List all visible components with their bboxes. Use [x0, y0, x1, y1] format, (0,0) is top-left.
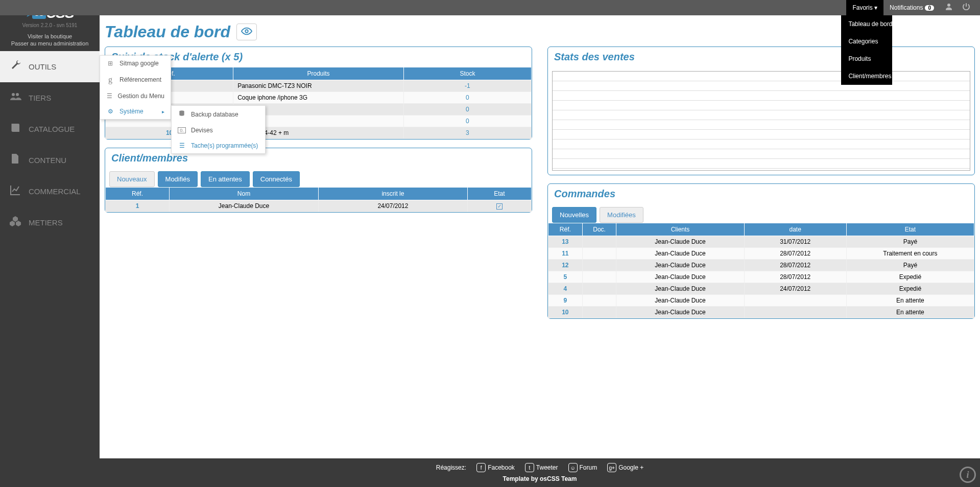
- topbar: Favoris ▾ Tableau de bord Categories Pro…: [0, 0, 980, 15]
- users-icon: [9, 90, 21, 105]
- table-row[interactable]: 9Jean-Claude DuceEn attente: [548, 295, 974, 307]
- chevron-down-icon: ▾: [874, 4, 877, 11]
- svg-point-1: [12, 93, 15, 96]
- sales-chart: [552, 71, 970, 171]
- admin-menu-link[interactable]: Passer au menu administration: [0, 40, 100, 47]
- footer: Réagissez: fFacebook tTweeter ☺Forum g+G…: [100, 458, 980, 487]
- power-icon[interactable]: [958, 2, 975, 13]
- favoris-menu[interactable]: Favoris ▾: [846, 0, 883, 15]
- orders-th-doc: Doc.: [582, 223, 616, 236]
- chart-icon: [9, 184, 21, 199]
- nav-metiers-label: METIERS: [29, 218, 63, 227]
- table-row[interactable]: 10E-520 + 14-42 + m3: [106, 127, 532, 139]
- orders-title: Commandes: [548, 184, 974, 204]
- footer-google[interactable]: g+Google +: [607, 463, 643, 472]
- tab-en-attentes[interactable]: En attentes: [201, 171, 250, 187]
- fav-item-products[interactable]: Produits: [841, 50, 892, 67]
- notifications-badge: 0: [925, 5, 934, 11]
- favoris-dropdown: Tableau de bord Categories Produits Clie…: [841, 15, 892, 85]
- visit-shop-link[interactable]: Visiter la boutique: [0, 33, 100, 40]
- tab-modifiees[interactable]: Modifiées: [600, 207, 643, 223]
- nav-contenu[interactable]: CONTENU: [0, 145, 100, 176]
- footer-react-label: Réagissez:: [436, 464, 466, 471]
- table-row[interactable]: 10Jean-Claude DuceEn attente: [548, 307, 974, 318]
- stock-th-products: Produits: [233, 67, 404, 80]
- submenu-system[interactable]: ⚙Système▸: [100, 104, 171, 119]
- nav-outils[interactable]: OUTILS: [0, 51, 100, 82]
- table-row[interactable]: 4Jean-Claude Duce24/07/2012Expedié: [548, 283, 974, 295]
- nav-outils-label: OUTILS: [29, 62, 56, 71]
- file-icon: [9, 153, 21, 168]
- tab-modifies[interactable]: Modifiés: [158, 171, 198, 187]
- facebook-icon: f: [476, 463, 486, 472]
- submenu-sitemap[interactable]: ⊞Sitmap google: [100, 56, 171, 71]
- submenu-backup[interactable]: Backup database: [172, 106, 265, 123]
- tab-connectes[interactable]: Connectés: [253, 171, 300, 187]
- clients-th-ref: Réf.: [106, 188, 170, 200]
- nav-commercial[interactable]: COMMERCIAL: [0, 176, 100, 207]
- cubes-icon: [9, 215, 21, 230]
- fav-item-categories[interactable]: Categories: [841, 33, 892, 50]
- tasks-icon: ☰: [178, 142, 186, 149]
- forum-icon: ☺: [568, 463, 578, 472]
- system-submenu: Backup database 0.Devises ☰Tache(s) prog…: [171, 105, 266, 154]
- sidebar: ➤ os CSS Version 2.2.0 - svn 5191 Visite…: [0, 0, 100, 487]
- tab-nouvelles[interactable]: Nouvelles: [552, 207, 596, 223]
- nav-metiers[interactable]: METIERS: [0, 207, 100, 238]
- fav-item-clients[interactable]: Client/membres: [841, 67, 892, 85]
- submenu-currencies[interactable]: 0.Devises: [172, 123, 265, 138]
- google-icon: g: [106, 75, 114, 84]
- preview-button[interactable]: [236, 24, 257, 40]
- user-icon[interactable]: [940, 2, 958, 13]
- table-row[interactable]: 13Jean-Claude Duce31/07/2012Payé: [548, 236, 974, 248]
- clients-th-date: inscrit le: [318, 188, 467, 200]
- orders-th-clients: Clients: [616, 223, 744, 236]
- nav-commercial-label: COMMERCIAL: [29, 187, 81, 196]
- caret-right-icon: ▸: [162, 109, 164, 114]
- twitter-icon: t: [525, 463, 534, 472]
- table-row[interactable]: 11Jean-Claude Duce28/07/2012Traitement e…: [548, 248, 974, 260]
- submenu-menu-management[interactable]: ☰Gestion du Menu: [100, 88, 171, 104]
- fav-item-dashboard[interactable]: Tableau de bord: [841, 15, 892, 33]
- table-row[interactable]: 5Jean-Claude Duce28/07/2012Expedié: [548, 271, 974, 283]
- clients-panel: Client/membres Nouveaux Modifiés En atte…: [105, 148, 532, 213]
- svg-point-4: [245, 30, 248, 33]
- book-icon: [9, 122, 21, 136]
- outils-submenu: ⊞Sitmap google gRéférencement ☰Gestion d…: [100, 55, 171, 120]
- page-title: Tableau de bord: [105, 22, 230, 41]
- nav-contenu-label: CONTENU: [29, 156, 66, 165]
- version-text: Version 2.2.0 - svn 5191: [8, 22, 92, 28]
- table-row[interactable]: 12Jean-Claude Duce28/07/2012Payé: [548, 260, 974, 271]
- svg-point-2: [16, 93, 19, 96]
- favoris-label: Favoris: [852, 4, 872, 11]
- info-icon[interactable]: i: [960, 467, 976, 483]
- google-plus-icon: g+: [607, 463, 616, 472]
- clients-th-name: Nom: [170, 188, 319, 200]
- sales-stats-panel: Stats des ventes: [547, 47, 975, 175]
- orders-table: Réf. Doc. Clients date Etat 13Jean-Claud…: [548, 223, 974, 318]
- sitemap-icon: ⊞: [106, 60, 114, 67]
- nav-catalogue-label: CATALOGUE: [29, 125, 75, 133]
- footer-twitter[interactable]: tTweeter: [525, 463, 558, 472]
- table-row[interactable]: 1 Jean-Claude Duce 24/07/2012 ✓: [106, 200, 532, 212]
- stock-th-stock: Stock: [403, 67, 531, 80]
- notifications-label: Notifications: [890, 4, 923, 11]
- footer-forum[interactable]: ☺Forum: [568, 463, 597, 472]
- gear-icon: ⚙: [106, 108, 114, 115]
- wrench-icon: [9, 59, 21, 74]
- sidebar-links: Visiter la boutique Passer au menu admin…: [0, 31, 100, 51]
- nav-tiers[interactable]: TIERS: [0, 82, 100, 113]
- svg-point-0: [947, 4, 950, 7]
- notifications-menu[interactable]: Notifications 0: [883, 0, 940, 15]
- footer-credit: Template by osCSS Team: [100, 474, 980, 484]
- clients-th-state: Etat: [467, 188, 531, 200]
- orders-th-state: Etat: [846, 223, 974, 236]
- tab-nouveaux[interactable]: Nouveaux: [109, 171, 155, 187]
- submenu-seo[interactable]: gRéférencement: [100, 71, 171, 88]
- clients-table: Réf. Nom inscrit le Etat 1 Jean-Claude D…: [105, 187, 532, 212]
- footer-facebook[interactable]: fFacebook: [476, 463, 515, 472]
- clients-title: Client/membres: [105, 148, 532, 168]
- nav-catalogue[interactable]: CATALOGUE: [0, 113, 100, 145]
- nav-tiers-label: TIERS: [29, 94, 51, 102]
- submenu-scheduled-tasks[interactable]: ☰Tache(s) programmée(s): [172, 138, 265, 153]
